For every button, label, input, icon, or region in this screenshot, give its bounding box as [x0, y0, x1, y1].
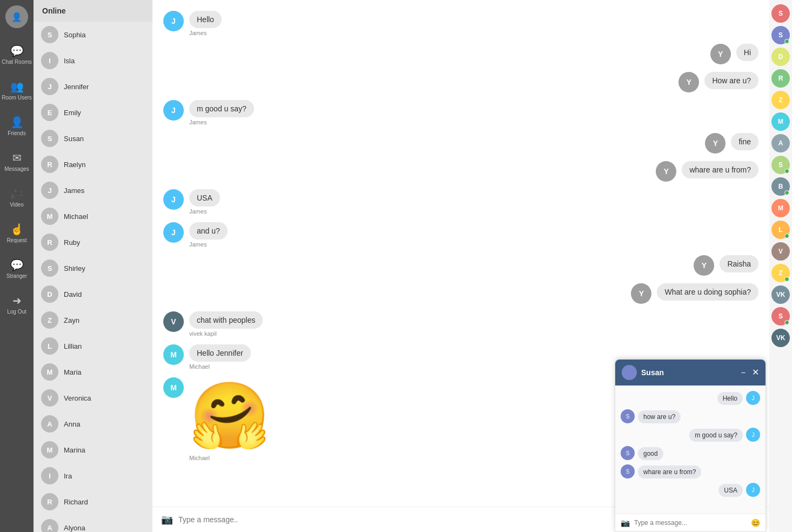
user-item-emily[interactable]: E Emily — [34, 99, 152, 125]
right-avatar-a1[interactable]: A — [771, 134, 790, 152]
user-item-anna[interactable]: A Anna — [34, 411, 152, 437]
user-item-sophia[interactable]: S Sophia — [34, 22, 152, 48]
right-avatar-circle-m2: M — [771, 199, 790, 217]
mini-chat-close[interactable]: ✕ — [752, 367, 759, 378]
user-item-shirley[interactable]: S Shirley — [34, 255, 152, 281]
user-item-isla[interactable]: I Isla — [34, 48, 152, 74]
user-name-emily: Emily — [64, 109, 81, 117]
user-item-jennifer[interactable]: J Jennifer — [34, 74, 152, 99]
msg-avatar-1: J — [163, 11, 184, 31]
video-icon: 🎥 — [10, 187, 24, 200]
mini-chat-input[interactable] — [634, 519, 747, 527]
mini-avatar-1: J — [746, 391, 760, 405]
right-avatar-z2[interactable]: Z — [771, 264, 790, 282]
right-avatar-vk2[interactable]: VK — [771, 329, 790, 347]
mini-chat-title: Susan — [641, 368, 664, 377]
msg-avatar-8: J — [163, 222, 184, 243]
mini-chat-header: Susan － ✕ — [615, 360, 766, 385]
user-item-veronica[interactable]: V Veronica — [34, 385, 152, 411]
right-avatar-b1[interactable]: B — [771, 177, 790, 196]
chat-rooms-icon: 💬 — [10, 44, 24, 57]
mini-bubble-4: good — [638, 447, 663, 460]
user-name-sophia: Sophia — [64, 31, 85, 39]
msg-bubble-4: m good u say? — [189, 100, 254, 117]
user-name-veronica: Veronica — [64, 394, 91, 402]
right-avatar-d1[interactable]: D — [771, 48, 790, 66]
user-item-ira[interactable]: I Ira — [34, 463, 152, 489]
msg-content-6: whare are u from? — [682, 161, 758, 178]
msg-bubble-11: chat with peoples — [189, 311, 263, 329]
user-item-james[interactable]: J James — [34, 177, 152, 203]
message-row-6: whare are u from?Y — [163, 161, 758, 182]
message-row-8: Jand u?James — [163, 222, 758, 248]
right-avatar-z1[interactable]: Z — [771, 91, 790, 109]
msg-sender-1: James — [189, 30, 222, 36]
mini-chat-messages: JHelloShow are u?Jm good u say?SgoodSwha… — [615, 385, 766, 514]
online-dot-s3 — [784, 169, 789, 174]
mini-bubble-6: USA — [718, 484, 743, 497]
user-avatar-richard: R — [41, 493, 58, 510]
right-avatar-l1[interactable]: L — [771, 221, 790, 239]
right-avatar-s2[interactable]: S — [771, 26, 790, 44]
messages-icon: ✉ — [12, 151, 22, 164]
right-avatar-m1[interactable]: M — [771, 112, 790, 131]
right-avatar-circle-vk2: VK — [771, 329, 790, 347]
msg-avatar-7: J — [163, 189, 184, 210]
right-avatar-s4[interactable]: S — [771, 307, 790, 325]
mini-bubble-3: m good u say? — [689, 429, 743, 442]
right-avatar-s3[interactable]: S — [771, 156, 790, 174]
user-item-susan[interactable]: S Susan — [34, 125, 152, 151]
right-avatar-v1[interactable]: V — [771, 242, 790, 261]
msg-sender-4: James — [189, 119, 254, 125]
nav-request[interactable]: ☝ Request — [0, 220, 34, 247]
right-avatar-vk1[interactable]: VK — [771, 285, 790, 304]
nav-room-users[interactable]: 👥 Room Users — [0, 77, 34, 104]
user-item-marina[interactable]: M Marina — [34, 437, 152, 463]
users-sidebar: Online S Sophia I Isla J Jennifer E Emil… — [34, 0, 152, 532]
stranger-icon: 💬 — [10, 258, 24, 271]
user-item-richard[interactable]: R Richard — [34, 489, 152, 515]
user-item-ruby[interactable]: R Ruby — [34, 229, 152, 255]
nav-friends[interactable]: 👤 Friends — [0, 112, 34, 139]
user-item-alyona[interactable]: A Alyona — [34, 515, 152, 532]
current-user-avatar[interactable]: 👤 — [5, 5, 28, 28]
msg-sender-11: vivek kapil — [189, 330, 263, 337]
nav-stranger[interactable]: 💬 Stranger — [0, 255, 34, 282]
user-name-ira: Ira — [64, 472, 72, 480]
right-avatar-m2[interactable]: M — [771, 199, 790, 217]
mini-chat-controls[interactable]: － ✕ — [739, 367, 759, 378]
user-name-jennifer: Jennifer — [64, 83, 89, 91]
user-name-marina: Marina — [64, 446, 85, 454]
nav-messages[interactable]: ✉ Messages — [0, 148, 34, 175]
mini-chat-minimize[interactable]: － — [739, 367, 748, 378]
msg-avatar-6: Y — [656, 161, 676, 182]
user-item-david[interactable]: D David — [34, 281, 152, 307]
msg-content-8: and u?James — [189, 222, 228, 248]
mini-camera-icon[interactable]: 📷 — [621, 518, 630, 527]
logout-icon: ➜ — [12, 294, 22, 307]
right-avatar-s1[interactable]: S — [771, 4, 790, 23]
user-item-lillian[interactable]: L Lillian — [34, 333, 152, 359]
emoji-icon[interactable]: 😊 — [751, 518, 760, 527]
nav-chat-rooms[interactable]: 💬 Chat Rooms — [0, 41, 34, 68]
nav-video[interactable]: 🎥 Video — [0, 184, 34, 211]
nav-logout[interactable]: ➜ Log Out — [0, 291, 34, 318]
message-row-9: RaishaY — [163, 255, 758, 276]
user-avatar-shirley: S — [41, 260, 58, 277]
user-avatar-raelyn: R — [41, 156, 58, 173]
user-name-james: James — [64, 187, 84, 195]
mini-msg-row-5: Swhare are u from? — [621, 464, 760, 478]
online-dot-z2 — [784, 277, 789, 282]
online-dot-b1 — [784, 190, 789, 195]
user-item-maria[interactable]: M Maria — [34, 359, 152, 385]
user-item-michael[interactable]: M Michael — [34, 203, 152, 229]
right-avatars-sidebar: SSDRZMASBMLVZVKSVK — [769, 0, 792, 532]
friends-icon: 👤 — [10, 116, 24, 129]
user-item-zayn[interactable]: Z Zayn — [34, 307, 152, 333]
camera-icon[interactable]: 📷 — [161, 514, 173, 526]
message-row-5: fineY — [163, 133, 758, 154]
user-item-raelyn[interactable]: R Raelyn — [34, 151, 152, 177]
user-name-ruby: Ruby — [64, 238, 80, 247]
msg-content-7: USAJames — [189, 189, 220, 215]
right-avatar-r1[interactable]: R — [771, 69, 790, 88]
